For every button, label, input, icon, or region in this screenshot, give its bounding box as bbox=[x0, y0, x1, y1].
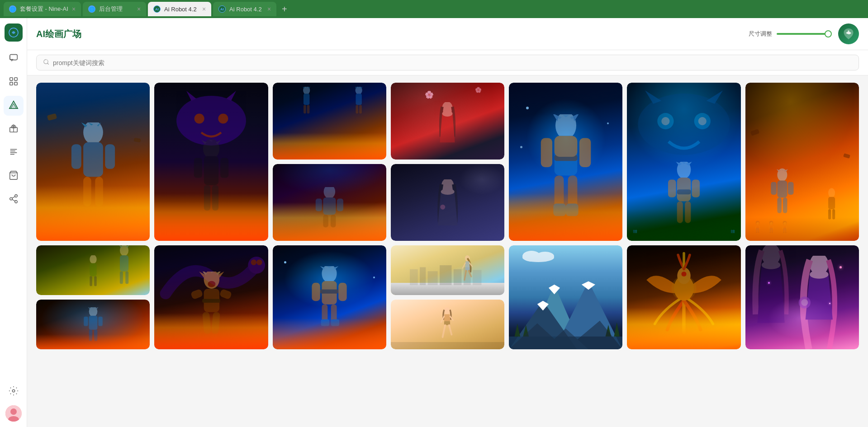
gallery-card-12[interactable] bbox=[509, 245, 622, 349]
svg-point-182 bbox=[444, 307, 450, 314]
tab4-label: Ai Robot 4.2 bbox=[229, 6, 264, 13]
svg-rect-152 bbox=[202, 299, 220, 303]
tab-admin[interactable]: 🌐 后台管理 × bbox=[83, 2, 146, 16]
svg-rect-162 bbox=[320, 290, 338, 294]
svg-rect-63 bbox=[356, 105, 359, 113]
svg-point-42 bbox=[203, 139, 219, 159]
tab4-close[interactable]: × bbox=[267, 6, 271, 12]
app-container: AI绘画广场 尺寸调整 bbox=[0, 18, 868, 427]
gallery-card-4a[interactable]: 🌸 🌸 bbox=[391, 83, 504, 160]
tab3-close[interactable]: × bbox=[202, 6, 206, 12]
svg-rect-140 bbox=[98, 316, 102, 326]
svg-point-40 bbox=[194, 113, 204, 123]
gallery-card-9[interactable] bbox=[154, 245, 268, 349]
search-input[interactable] bbox=[53, 59, 852, 66]
gallery-card-11a[interactable] bbox=[391, 245, 504, 295]
svg-rect-130 bbox=[120, 272, 123, 284]
svg-rect-131 bbox=[126, 272, 129, 284]
gallery-card-4b[interactable] bbox=[391, 164, 504, 241]
svg-rect-166 bbox=[338, 283, 346, 301]
sidebar-item-chat[interactable] bbox=[4, 49, 24, 69]
svg-marker-194 bbox=[549, 284, 560, 294]
sidebar-item-image[interactable] bbox=[4, 96, 24, 116]
search-bar bbox=[36, 55, 859, 70]
search-icon bbox=[43, 59, 49, 66]
svg-rect-171 bbox=[427, 271, 437, 285]
svg-point-91 bbox=[638, 94, 730, 155]
tab-settings[interactable]: 🌐 套餐设置 - Nine-AI × bbox=[4, 2, 81, 16]
brand-badge[interactable] bbox=[838, 23, 859, 44]
sidebar-item-tools[interactable] bbox=[4, 119, 24, 139]
gallery-card-3b[interactable] bbox=[273, 164, 386, 241]
svg-rect-129 bbox=[120, 255, 128, 272]
svg-rect-136 bbox=[89, 315, 97, 329]
main-content: AI绘画广场 尺寸调整 bbox=[27, 18, 868, 427]
gallery-card-3a[interactable] bbox=[273, 83, 386, 160]
svg-point-121 bbox=[90, 255, 96, 264]
svg-point-19 bbox=[14, 200, 17, 203]
sidebar-item-share[interactable] bbox=[4, 190, 24, 210]
gallery-card-8b[interactable] bbox=[36, 300, 150, 349]
sidebar-item-settings[interactable] bbox=[4, 382, 24, 402]
svg-line-186 bbox=[449, 325, 452, 334]
svg-rect-64 bbox=[360, 105, 362, 113]
tab-ai-robot-active[interactable]: AI Ai Robot 4.2 × bbox=[148, 2, 211, 16]
gallery-card-7[interactable]: 🧍🧍🧍 bbox=[745, 83, 859, 241]
avatar-icon bbox=[5, 405, 22, 422]
page-title: AI绘画广场 bbox=[36, 28, 81, 40]
gallery-row-2 bbox=[36, 245, 859, 349]
svg-line-178 bbox=[465, 271, 466, 280]
gallery-card-13[interactable] bbox=[627, 245, 740, 349]
svg-rect-69 bbox=[316, 199, 322, 211]
svg-marker-38 bbox=[186, 91, 196, 101]
gallery-card-2[interactable] bbox=[154, 83, 268, 241]
gallery-card-4-stack: 🌸 🌸 bbox=[391, 83, 504, 241]
sidebar-item-apps[interactable] bbox=[4, 72, 24, 92]
tab2-close[interactable]: × bbox=[137, 6, 141, 12]
svg-point-143 bbox=[256, 259, 262, 265]
svg-rect-32 bbox=[83, 142, 103, 177]
svg-marker-80 bbox=[552, 114, 559, 122]
svg-rect-56 bbox=[304, 105, 306, 113]
image-icon bbox=[9, 100, 19, 112]
svg-point-75 bbox=[441, 205, 446, 210]
gallery-card-1[interactable] bbox=[36, 83, 150, 241]
gallery-card-5[interactable] bbox=[509, 83, 622, 241]
gallery-card-8a[interactable] bbox=[36, 245, 150, 295]
gallery-card-11b[interactable] bbox=[391, 300, 504, 349]
svg-rect-66 bbox=[323, 197, 336, 215]
gallery-card-3-stack bbox=[273, 83, 386, 241]
svg-rect-124 bbox=[94, 276, 97, 286]
new-tab-button[interactable]: + bbox=[278, 2, 291, 16]
sidebar bbox=[0, 18, 27, 427]
user-avatar[interactable] bbox=[5, 405, 22, 422]
svg-line-180 bbox=[463, 263, 465, 268]
gallery-card-10[interactable] bbox=[273, 245, 386, 349]
gift-icon bbox=[9, 123, 19, 136]
search-bar-container bbox=[27, 50, 868, 75]
svg-point-209 bbox=[671, 276, 696, 300]
svg-rect-90 bbox=[579, 138, 591, 167]
sidebar-item-list[interactable] bbox=[4, 143, 24, 163]
svg-rect-103 bbox=[677, 189, 691, 194]
tab1-close[interactable]: × bbox=[72, 6, 76, 12]
svg-point-211 bbox=[810, 270, 828, 279]
size-slider[interactable] bbox=[777, 33, 831, 35]
sidebar-item-cart[interactable] bbox=[4, 166, 24, 186]
svg-rect-46 bbox=[204, 156, 218, 185]
title-text: 绘画广场 bbox=[45, 29, 81, 39]
size-control: 尺寸调整 bbox=[749, 30, 831, 38]
svg-point-41 bbox=[218, 113, 228, 123]
sidebar-logo[interactable] bbox=[5, 23, 23, 42]
title-ai-prefix: AI bbox=[36, 29, 45, 39]
header-right: 尺寸调整 bbox=[749, 23, 859, 44]
tab-ai-robot-2[interactable]: AI Ai Robot 4.2 × bbox=[213, 2, 276, 16]
svg-rect-36 bbox=[105, 144, 115, 169]
svg-rect-169 bbox=[410, 269, 418, 285]
size-control-label: 尺寸调整 bbox=[749, 30, 772, 38]
gallery-card-6[interactable]: 👥 👥 bbox=[627, 83, 740, 241]
gallery-card-14[interactable] bbox=[745, 245, 859, 349]
cart-icon bbox=[9, 170, 19, 183]
tab2-favicon: 🌐 bbox=[88, 5, 95, 13]
svg-rect-139 bbox=[84, 316, 88, 326]
